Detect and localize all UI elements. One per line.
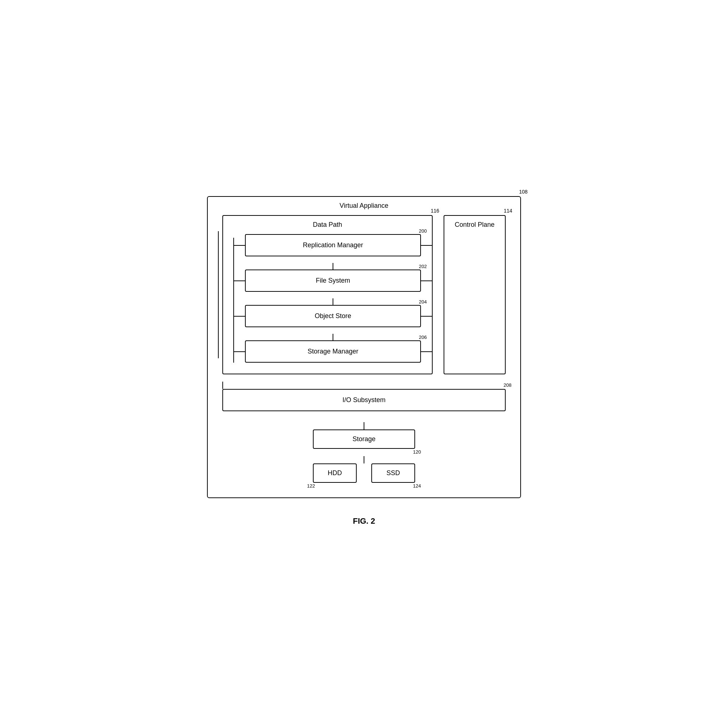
ref-124: 124 <box>413 483 421 489</box>
v-connector-io <box>222 382 223 389</box>
object-store-box: Object Store 204 <box>245 305 421 327</box>
control-plane-label: Control Plane <box>454 221 494 229</box>
ssd-label: SSD <box>386 469 400 477</box>
v-connector-hdd-ssd <box>364 456 364 463</box>
storage-box: Storage 120 <box>313 430 415 449</box>
virtual-appliance-label: Virtual Appliance <box>340 202 388 210</box>
storage-label: Storage <box>352 435 375 443</box>
ref-202: 202 <box>419 264 427 269</box>
file-system-label: File System <box>316 277 350 284</box>
virtual-appliance-box: Virtual Appliance 108 Data Path 116 Repl… <box>207 196 521 498</box>
storage-row: Storage 120 <box>222 430 506 449</box>
data-path-label: Data Path <box>313 221 342 229</box>
v-connector-3 <box>333 334 333 340</box>
replication-manager-label: Replication Manager <box>303 242 363 249</box>
replication-manager-box: Replication Manager 200 <box>245 234 421 256</box>
ref-116: 116 <box>431 208 439 214</box>
v-connector-2 <box>333 298 333 305</box>
ref-120: 120 <box>413 449 421 455</box>
io-subsystem-box: I/O Subsystem 208 <box>222 389 506 411</box>
storage-manager-box: Storage Manager 206 <box>245 340 421 363</box>
ref-114: 114 <box>504 208 512 214</box>
ref-122: 122 <box>307 483 315 489</box>
control-plane-box: Control Plane 114 <box>444 215 506 374</box>
hdd-box: HDD 122 <box>313 463 357 483</box>
ref-200: 200 <box>419 228 427 234</box>
ref-208: 208 <box>503 382 511 388</box>
data-path-box: Data Path 116 Replication Manager 200 Fi… <box>222 215 433 374</box>
v-connector-storage <box>364 422 364 430</box>
hdd-ssd-row: HDD 122 SSD 124 <box>222 463 506 483</box>
io-subsystem-label: I/O Subsystem <box>343 396 385 404</box>
hdd-label: HDD <box>328 469 342 477</box>
file-system-box: File System 202 <box>245 269 421 292</box>
storage-manager-label: Storage Manager <box>307 348 358 355</box>
object-store-label: Object Store <box>315 312 351 320</box>
ref-108: 108 <box>519 189 528 195</box>
ssd-box: SSD 124 <box>371 463 415 483</box>
v-connector-1 <box>333 263 333 269</box>
top-row: Data Path 116 Replication Manager 200 Fi… <box>222 215 506 374</box>
page-container: Virtual Appliance 108 Data Path 116 Repl… <box>200 196 528 526</box>
figure-caption: FIG. 2 <box>353 516 375 526</box>
ref-206: 206 <box>419 335 427 340</box>
ref-204: 204 <box>419 299 427 304</box>
